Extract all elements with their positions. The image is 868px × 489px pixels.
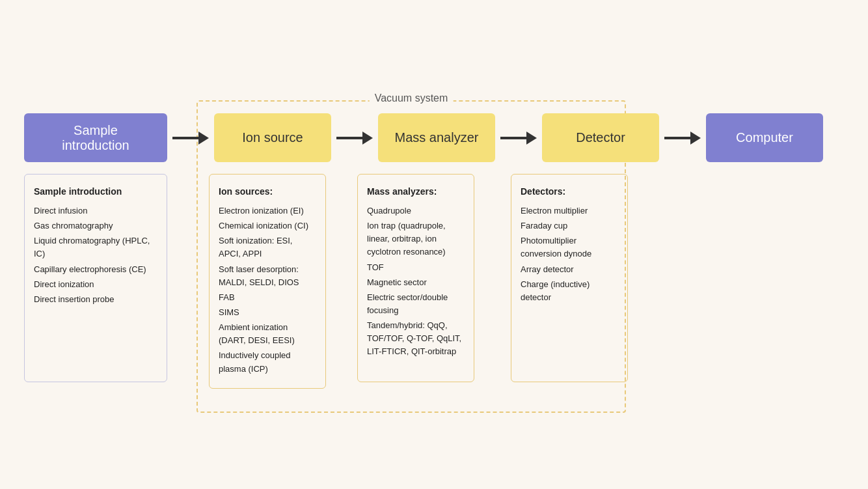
sample-item-3: Liquid chromatography (HPLC, IC) xyxy=(34,234,157,260)
arrow-4 xyxy=(664,132,701,145)
col-sample: Sample introduction Direct infusion Gas … xyxy=(24,174,167,382)
arrow-3 xyxy=(500,132,537,145)
computer-box: Computer xyxy=(706,113,823,162)
arrow-head-2 xyxy=(362,132,373,145)
ion-source-box: Ion source xyxy=(214,113,331,162)
mass-analyzer-label: Mass analyzer xyxy=(395,130,479,145)
main-container: Vacuum system Sample introduction Ion so… xyxy=(24,100,844,388)
arrow-shaft-4 xyxy=(664,137,690,139)
arrow-shaft-3 xyxy=(500,137,526,139)
computer-label: Computer xyxy=(736,130,793,145)
sample-info-box: Sample introduction Direct infusion Gas … xyxy=(24,174,167,382)
mass-analyzer-box: Mass analyzer xyxy=(378,113,495,162)
vacuum-label: Vacuum system xyxy=(370,92,454,104)
arrow-head-3 xyxy=(526,132,537,145)
sample-info-title: Sample introduction xyxy=(34,185,157,199)
flow-row-inner: Sample introduction Ion source Mass anal… xyxy=(24,113,823,162)
arrow-shaft-2 xyxy=(336,137,362,139)
sample-item-2: Gas chromatography xyxy=(34,219,157,232)
arrow-shaft-1 xyxy=(172,137,198,139)
detector-box: Detector xyxy=(542,113,659,162)
arrow-2 xyxy=(336,132,373,145)
detector-label: Detector xyxy=(576,130,625,145)
sample-item-1: Direct infusion xyxy=(34,204,157,217)
sample-introduction-label: Sample introduction xyxy=(62,123,129,153)
arrow-1 xyxy=(172,132,209,145)
flow-row: Sample introduction Ion source Mass anal… xyxy=(24,113,844,162)
ion-source-label: Ion source xyxy=(242,130,303,145)
sample-item-4: Capillary electrophoresis (CE) xyxy=(34,263,157,276)
sample-item-5: Direct ionization xyxy=(34,278,157,291)
sample-introduction-box: Sample introduction xyxy=(24,113,167,162)
sample-item-6: Direct insertion probe xyxy=(34,293,157,306)
arrow-head-4 xyxy=(690,132,701,145)
arrow-head-1 xyxy=(198,132,209,145)
